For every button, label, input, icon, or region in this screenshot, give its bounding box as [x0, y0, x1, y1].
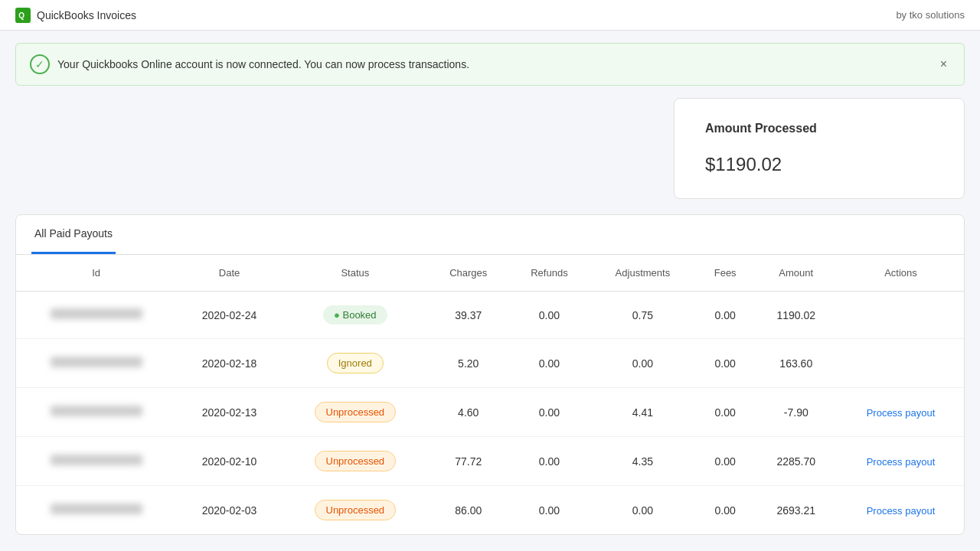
cell-fees: 0.00 — [696, 486, 755, 535]
col-header-refunds: Refunds — [509, 255, 590, 292]
cell-amount: 163.60 — [755, 339, 838, 388]
process-payout-button[interactable]: Process payout — [867, 505, 936, 517]
check-icon: ✓ — [30, 54, 50, 74]
amount-processed-value: $1190.02 — [705, 154, 933, 175]
alert-content: ✓ Your Quickbooks Online account is now … — [30, 54, 469, 74]
cell-charges: 77.72 — [428, 437, 509, 486]
cell-status: Unprocessed — [283, 486, 428, 535]
alert-close-button[interactable]: × — [937, 57, 950, 71]
cell-date: 2020-02-18 — [176, 339, 283, 388]
cell-actions — [838, 292, 964, 339]
cell-amount: 2285.70 — [755, 437, 838, 486]
amount-processed-card: Amount Processed $1190.02 — [674, 98, 965, 199]
cell-id — [16, 486, 176, 535]
table-row: 2020-02-10Unprocessed77.720.004.350.0022… — [16, 437, 964, 486]
cell-amount: 2693.21 — [755, 486, 838, 535]
table-row: 2020-02-18Ignored5.200.000.000.00163.60 — [16, 339, 964, 388]
alert-banner: ✓ Your Quickbooks Online account is now … — [15, 43, 965, 86]
table-row: 2020-02-24Booked39.370.000.750.001190.02 — [16, 292, 964, 339]
cell-charges: 5.20 — [428, 339, 509, 388]
amount-processed-title: Amount Processed — [705, 122, 933, 135]
cell-charges: 39.37 — [428, 292, 509, 339]
table-header-row: Id Date Status Charges Refunds Adjustmen… — [16, 255, 964, 292]
table-row: 2020-02-13Unprocessed4.600.004.410.00-7.… — [16, 388, 964, 437]
col-header-amount: Amount — [755, 255, 838, 292]
app-logo: Q — [15, 8, 31, 23]
cell-id — [16, 339, 176, 388]
cell-status: Ignored — [283, 339, 428, 388]
process-payout-button[interactable]: Process payout — [867, 407, 936, 419]
payouts-table: Id Date Status Charges Refunds Adjustmen… — [16, 255, 964, 534]
cell-fees: 0.00 — [696, 437, 755, 486]
status-badge-unprocessed: Unprocessed — [315, 500, 397, 520]
svg-text:Q: Q — [18, 11, 24, 20]
status-badge-booked: Booked — [323, 305, 387, 324]
cell-actions — [838, 339, 964, 388]
app-header: Q QuickBooks Invoices by tko solutions — [0, 0, 980, 31]
tab-all-paid-payouts[interactable]: All Paid Payouts — [31, 215, 116, 254]
table-row: 2020-02-03Unprocessed86.000.000.000.0026… — [16, 486, 964, 535]
col-header-status: Status — [283, 255, 428, 292]
cell-charges: 4.60 — [428, 388, 509, 437]
cell-id — [16, 388, 176, 437]
cell-fees: 0.00 — [696, 292, 755, 339]
cell-adjustments: 0.00 — [590, 486, 696, 535]
col-header-actions: Actions — [838, 255, 964, 292]
main-content: Amount Processed $1190.02 All Paid Payou… — [0, 98, 980, 550]
cell-actions[interactable]: Process payout — [838, 437, 964, 486]
cell-actions[interactable]: Process payout — [838, 388, 964, 437]
cell-amount: 1190.02 — [755, 292, 838, 339]
col-header-adjustments: Adjustments — [590, 255, 696, 292]
col-header-fees: Fees — [696, 255, 755, 292]
app-title: QuickBooks Invoices — [37, 9, 136, 21]
cell-status: Unprocessed — [283, 388, 428, 437]
status-badge-unprocessed: Unprocessed — [315, 451, 397, 471]
cell-fees: 0.00 — [696, 339, 755, 388]
process-payout-button[interactable]: Process payout — [867, 456, 936, 468]
col-header-id: Id — [16, 255, 176, 292]
card-row: Amount Processed $1190.02 — [15, 98, 965, 199]
cell-refunds: 0.00 — [509, 486, 590, 535]
cell-status: Booked — [283, 292, 428, 339]
cell-refunds: 0.00 — [509, 437, 590, 486]
header-left: Q QuickBooks Invoices — [15, 8, 136, 23]
cell-refunds: 0.00 — [509, 388, 590, 437]
tabs: All Paid Payouts — [16, 215, 964, 255]
cell-adjustments: 0.75 — [590, 292, 696, 339]
cell-date: 2020-02-13 — [176, 388, 283, 437]
cell-amount: -7.90 — [755, 388, 838, 437]
cell-refunds: 0.00 — [509, 292, 590, 339]
status-badge-unprocessed: Unprocessed — [315, 402, 397, 422]
cell-fees: 0.00 — [696, 388, 755, 437]
cell-date: 2020-02-10 — [176, 437, 283, 486]
cell-date: 2020-02-03 — [176, 486, 283, 535]
header-byline: by tko solutions — [896, 9, 965, 21]
alert-text: Your Quickbooks Online account is now co… — [57, 58, 469, 70]
cell-adjustments: 4.35 — [590, 437, 696, 486]
col-header-charges: Charges — [428, 255, 509, 292]
cell-date: 2020-02-24 — [176, 292, 283, 339]
col-header-date: Date — [176, 255, 283, 292]
cell-charges: 86.00 — [428, 486, 509, 535]
cell-status: Unprocessed — [283, 437, 428, 486]
cell-id — [16, 292, 176, 339]
cell-adjustments: 4.41 — [590, 388, 696, 437]
cell-id — [16, 437, 176, 486]
cell-adjustments: 0.00 — [590, 339, 696, 388]
table-card: All Paid Payouts Id Date Status Charges … — [15, 214, 965, 535]
cell-refunds: 0.00 — [509, 339, 590, 388]
cell-actions[interactable]: Process payout — [838, 486, 964, 535]
status-badge-ignored: Ignored — [327, 353, 384, 373]
